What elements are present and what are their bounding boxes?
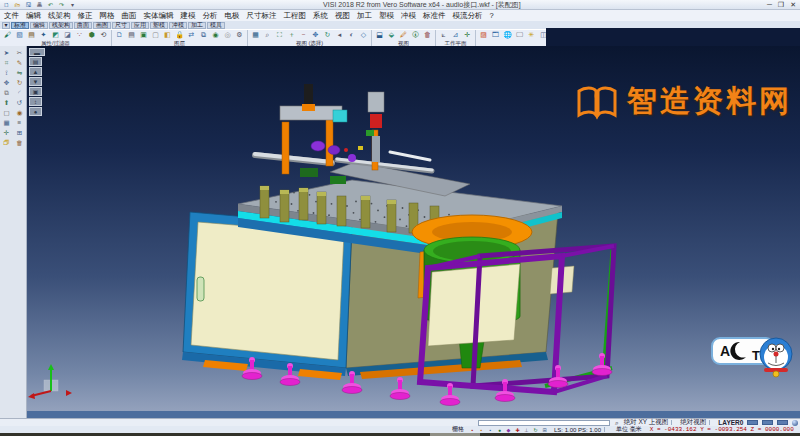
move-icon[interactable]: ✥	[1, 78, 12, 87]
snap-center-icon[interactable]: ●	[496, 427, 503, 433]
menu-item-2[interactable]: 线架构	[48, 11, 71, 21]
menu-item-11[interactable]: 工程图	[284, 11, 307, 21]
edge-filter-icon[interactable]: ◪	[62, 30, 73, 40]
minimize-button[interactable]: ─	[767, 0, 772, 9]
menu-item-4[interactable]: 网格	[100, 11, 115, 21]
attribute-brush-icon[interactable]: 🖌	[2, 30, 13, 40]
snap-quad-icon[interactable]: ◆	[505, 427, 512, 433]
light-icon[interactable]: ✳	[526, 30, 537, 40]
zoom-all-icon[interactable]: ⛶	[274, 30, 285, 40]
view-top-icon[interactable]: ⬓	[374, 30, 385, 40]
fillet-icon[interactable]: ◜	[14, 88, 25, 97]
tab-6[interactable]: 应用	[131, 22, 149, 29]
snap-icon[interactable]: ✛	[1, 128, 12, 137]
layer-move-icon[interactable]: ⇄	[186, 30, 197, 40]
active-layer-label[interactable]: LAYER0	[718, 419, 743, 426]
nav-up-button[interactable]: ▲	[29, 67, 42, 76]
zoom-out-icon[interactable]: －	[298, 30, 309, 40]
ortho-icon[interactable]: ⊥	[523, 427, 530, 433]
menu-item-1[interactable]: 编辑	[26, 11, 41, 21]
menu-item-13[interactable]: 视图	[335, 11, 350, 21]
layer-show-all-icon[interactable]: ◉	[210, 30, 221, 40]
menu-item-15[interactable]: 塑模	[379, 11, 394, 21]
close-button[interactable]: ✕	[790, 0, 796, 9]
select-icon[interactable]: ➤	[1, 48, 12, 57]
snap-int-icon[interactable]: ✚	[514, 427, 521, 433]
menu-item-17[interactable]: 标准件	[423, 11, 446, 21]
menu-item-8[interactable]: 分析	[203, 11, 218, 21]
color-swatch-1[interactable]	[747, 420, 758, 425]
render-mode-icon[interactable]: ▨	[478, 30, 489, 40]
layer-copy-icon[interactable]: ⧉	[198, 30, 209, 40]
bounds-icon[interactable]: ⌗	[1, 58, 12, 67]
rotate-view-icon[interactable]: ↻	[322, 30, 333, 40]
menu-item-16[interactable]: 冲模	[401, 11, 416, 21]
layer-lock-icon[interactable]: 🔒	[174, 30, 185, 40]
cut-icon[interactable]: ✂	[14, 48, 25, 57]
layer-list-icon[interactable]: ▤	[126, 30, 137, 40]
layers-icon[interactable]: 🗇	[1, 138, 12, 147]
element-filter-icon[interactable]: ✦	[38, 30, 49, 40]
layer-settings-icon[interactable]: ⚙	[234, 30, 245, 40]
workplane-set-icon[interactable]: ⟀	[438, 30, 449, 40]
select-view-icon[interactable]: ▦	[250, 30, 261, 40]
tab-0[interactable]: 标准	[11, 22, 29, 29]
new-file-icon[interactable]: 🗋	[2, 1, 11, 9]
trash-icon[interactable]: 🗑	[14, 138, 25, 147]
redo-icon[interactable]: ↷	[57, 1, 66, 9]
shell-icon[interactable]: ▢	[1, 108, 12, 117]
layer-off-icon[interactable]: ▢	[150, 30, 161, 40]
revolve-icon[interactable]: ↺	[14, 98, 25, 107]
view-delete-icon[interactable]: 🗑	[422, 30, 433, 40]
mirror-icon[interactable]: ⇋	[14, 68, 25, 77]
tab-3[interactable]: 曲面	[74, 22, 92, 29]
zoom-in-icon[interactable]: ＋	[286, 30, 297, 40]
color-swatch-2[interactable]	[762, 420, 773, 425]
snap-point-icon[interactable]: ▪	[469, 427, 476, 433]
layer-filter-icon[interactable]: ▤	[26, 30, 37, 40]
face-filter-icon[interactable]: ◩	[50, 30, 61, 40]
menu-item-0[interactable]: 文件	[4, 11, 19, 21]
tab-10[interactable]: 模具	[207, 22, 225, 29]
tab-7[interactable]: 塑模	[150, 22, 168, 29]
menu-item-14[interactable]: 加工	[357, 11, 372, 21]
nav-point-button[interactable]: ●	[29, 107, 42, 116]
tab-2[interactable]: 线架构	[49, 22, 73, 29]
view-info-icon[interactable]: 🛈	[410, 30, 421, 40]
view-iso-icon[interactable]: ⬙	[386, 30, 397, 40]
maximize-button[interactable]: ❐	[778, 0, 784, 9]
layer-current-icon[interactable]: ◧	[162, 30, 173, 40]
pan-icon[interactable]: ✥	[310, 30, 321, 40]
color-swatch-3[interactable]	[777, 420, 788, 425]
workplane-reset-icon[interactable]: ✛	[462, 30, 473, 40]
menu-item-7[interactable]: 建模	[181, 11, 196, 21]
wireframe-view-icon[interactable]: ◇	[358, 30, 369, 40]
tab-8[interactable]: 冲模	[169, 22, 187, 29]
layer-hide-all-icon[interactable]: ◎	[222, 30, 233, 40]
ime-toolbar[interactable]: A T	[710, 332, 794, 382]
layer-on-icon[interactable]: ▣	[138, 30, 149, 40]
nav-menu-button[interactable]: ▬	[29, 48, 45, 56]
command-input[interactable]	[478, 420, 610, 426]
customize-icon[interactable]: ▾	[68, 1, 77, 9]
boolean-icon[interactable]: ◉	[14, 108, 25, 117]
view-edit-icon[interactable]: 🖉	[398, 30, 409, 40]
window-layout-icon[interactable]: 🗔	[490, 30, 501, 40]
align-icon[interactable]: ≡	[14, 118, 25, 127]
tab-1[interactable]: 编辑	[30, 22, 48, 29]
nav-fit-button[interactable]: ▣	[29, 87, 42, 96]
world-icon[interactable]: 🌐	[502, 30, 513, 40]
nav-expand-button[interactable]: ↕	[29, 97, 42, 106]
save-icon[interactable]: 🖫	[24, 1, 33, 9]
print-icon[interactable]: 🖶	[35, 1, 44, 9]
nav-down-button[interactable]: ▼	[29, 77, 42, 86]
menu-item-9[interactable]: 电极	[225, 11, 240, 21]
tab-overflow-button[interactable]: ▾	[2, 22, 10, 29]
grid-icon[interactable]: ⊞	[14, 128, 25, 137]
reset-filter-icon[interactable]: ⟲	[98, 30, 109, 40]
grid-toggle-icon[interactable]: ⊞	[541, 427, 548, 433]
menu-item-3[interactable]: 修正	[78, 11, 93, 21]
model-viewport[interactable]: ▬▤▲▼▣↕● 智造资料网 A T	[27, 46, 800, 418]
screen-icon[interactable]: 🖵	[514, 30, 525, 40]
track-icon[interactable]: ↻	[532, 427, 539, 433]
